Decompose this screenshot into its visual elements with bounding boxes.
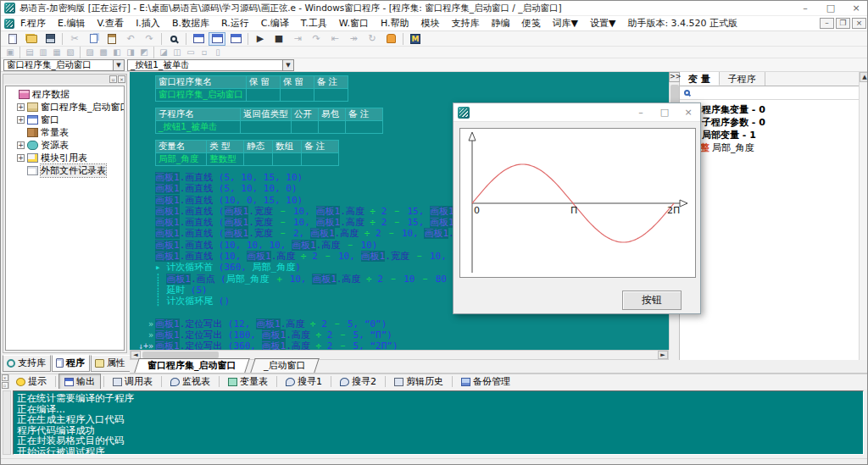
table-data-cell[interactable] [319,121,346,134]
tree-item[interactable]: +资源表 [8,139,124,152]
menu-item[interactable]: B.数据库 [166,17,215,30]
tab-properties[interactable]: 属性 [91,355,131,372]
variables-tree-item[interactable]: 程序集变量 - 0 [688,103,868,116]
program-window-titlebar[interactable]: – □ × [453,103,700,122]
pause-icon[interactable] [382,32,399,46]
routine-combobox[interactable]: _按钮1_被单击 ▼ [127,59,294,71]
variables-tree-item[interactable]: 整局部_角度 [688,141,868,154]
minimize-button[interactable]: – [629,103,653,121]
mdi-restore-button[interactable]: ❐ [836,18,850,29]
debug-tab-call-table[interactable]: 调用表 [107,374,159,390]
menu-item[interactable]: 设置▼ [584,17,621,30]
menu-item[interactable]: 静编 [485,17,515,30]
debug-tab-watch-table[interactable]: 监视表 [164,374,216,390]
menu-item[interactable]: C.编译 [255,17,295,30]
debug-tab-variable-table[interactable]: 变量表 [222,374,274,390]
table-data-cell[interactable] [273,153,302,166]
menu-item[interactable]: 词库▼ [546,17,583,30]
program-button[interactable]: 按钮 [622,291,682,310]
debug-tab-output[interactable]: 输出 [58,374,101,390]
expand-icon[interactable]: + [17,103,25,111]
variables-tree-item[interactable]: 局部变量 - 1 [688,129,868,141]
menu-item[interactable]: W.窗口 [333,17,375,30]
mdi-close-button[interactable]: × [852,18,866,29]
scroll-right-icon[interactable]: ► [658,351,668,359]
menu-item[interactable]: V.查看 [92,17,131,30]
tree-item[interactable]: 常量表 [8,126,124,139]
view-code-icon[interactable] [190,32,207,46]
panel-close-button[interactable]: × [118,75,125,83]
tree-root[interactable]: 程序数据 [8,88,124,101]
document-tab[interactable]: _启动窗口 [250,358,319,373]
tree-item[interactable]: +窗口程序集_启动窗口 [8,101,124,113]
expand-icon[interactable]: + [17,141,25,149]
scrollbar-thumb[interactable] [142,352,219,358]
table-data-cell[interactable] [280,89,314,102]
new-file-icon[interactable] [4,32,21,46]
table-data-cell[interactable] [302,153,339,166]
debug-tab-search2[interactable]: 搜寻2 [334,374,382,390]
table-data-cell[interactable]: 整数型 [207,153,244,166]
table-data-cell[interactable]: 窗口程序集_启动窗口 [156,89,247,102]
mdi-minimize-button[interactable]: – [820,18,834,29]
save-icon[interactable] [42,32,58,46]
paste-icon[interactable] [103,32,120,46]
code-line[interactable]: ↓+»画板1.定位写出 (360, 画板1.高度 ÷ 2 － 5, “2Π”) [130,340,669,350]
table-data-cell[interactable] [292,121,319,134]
panel-scrollbar[interactable]: ▲ [859,72,868,374]
menu-item[interactable]: T.工具 [295,17,333,30]
open-file-icon[interactable] [23,32,40,46]
copy-icon[interactable] [85,32,102,46]
menu-item[interactable]: 便笺 [515,17,546,30]
tab-variables[interactable]: 变 量 [680,72,720,86]
table-data-cell[interactable] [244,153,273,166]
debug-tab-hint[interactable]: 提示 [10,374,53,390]
assembly-combobox[interactable]: 窗口程序集_启动窗口 ▼ [3,59,125,71]
run-icon[interactable]: ▶ [252,32,269,46]
debug-tab-search1[interactable]: 搜寻1 [280,374,328,390]
pane-close-button[interactable]: × [2,374,8,381]
code-line[interactable]: »画板1.定位写出 (180, 画板1.高度 ÷ 2 － 5, “Π”) [130,329,669,340]
close-button[interactable]: × [843,1,868,15]
chevron-down-icon[interactable]: ▼ [282,60,293,70]
tree-item[interactable]: +窗口 [8,113,124,126]
table-data-cell[interactable] [241,121,292,134]
menu-item[interactable]: 模块 [415,17,445,30]
variable-search-row[interactable] [680,86,868,100]
program-window[interactable]: – □ × 0Π2Π 按钮 [453,102,701,314]
scroll-up-icon[interactable]: ▲ [860,72,868,82]
minimize-button[interactable]: – [793,1,818,15]
debug-tab-clip-history[interactable]: 剪辑历史 [388,374,449,390]
table-data-cell[interactable]: _按钮1_被单击 [156,121,241,134]
tab-subroutines[interactable]: 子程序 [720,72,765,86]
menu-item[interactable]: 支持库 [445,17,485,30]
tab-support-lib[interactable]: 支持库 [3,355,51,372]
code-line[interactable]: »画板1.定位写出 (12, 画板1.高度 ÷ 2 － 5, “0”) [130,318,669,329]
table-data-cell[interactable]: 局部_角度 [156,153,207,166]
tree-item[interactable]: 外部文件记录表 [8,164,124,177]
menu-item[interactable]: R.运行 [215,17,255,30]
maximize-button[interactable]: □ [818,1,843,15]
compiler-output[interactable]: 正在统计需要编译的子程序正在编译...正在生成主程序入口代码程序代码编译成功正在… [13,390,864,455]
expand-icon[interactable]: + [17,154,25,162]
close-button[interactable]: × [676,103,700,121]
table-data-cell[interactable] [246,89,280,102]
view-form-icon[interactable] [209,32,225,46]
document-tab[interactable]: 窗口程序集_启动窗口 [134,358,249,373]
menu-item[interactable]: F.程序 [14,17,52,30]
tab-program[interactable]: 程序 [52,355,90,372]
panel-float-button[interactable]: ▫ [109,75,117,83]
table-data-cell[interactable] [346,121,383,134]
name-assistant-icon[interactable]: M [407,32,424,46]
view-both-icon[interactable] [227,32,244,46]
debug-tab-backup[interactable]: 备份管理 [455,374,516,390]
tree-item[interactable]: +模块引用表 [8,152,124,164]
pane-float-button[interactable]: ▫ [2,382,8,389]
expand-icon[interactable]: + [17,116,25,124]
find-icon[interactable] [165,32,182,46]
menu-item[interactable]: I.插入 [130,17,166,30]
variables-tree-item[interactable]: 子程序参数 - 0 [688,116,868,129]
maximize-button[interactable]: □ [653,103,676,121]
output-gutter[interactable] [3,390,11,455]
chevron-down-icon[interactable]: ▼ [113,60,124,70]
